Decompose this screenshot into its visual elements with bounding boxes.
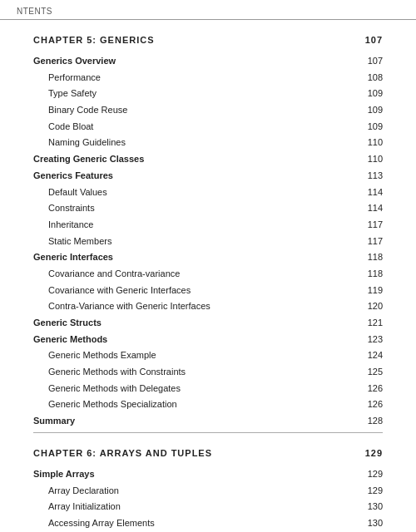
- toc-page: 110: [368, 135, 383, 150]
- toc-row: Binary Code Reuse109: [33, 102, 383, 118]
- toc-row: Array Declaration129: [33, 483, 383, 499]
- toc-page: 126: [368, 381, 383, 397]
- toc-label: Contra-Variance with Generic Interfaces: [33, 298, 210, 314]
- toc-label: Creating Generic Classes: [33, 151, 144, 167]
- toc-row: Type Safety109: [33, 86, 383, 101]
- toc-page: 130: [368, 515, 383, 531]
- toc-page: 126: [368, 397, 383, 412]
- toc-row: Generic Methods Specialization126: [33, 397, 383, 412]
- toc-label: Default Values: [33, 185, 107, 200]
- toc-row: Accessing Array Elements130: [33, 515, 383, 531]
- toc-page: 114: [368, 185, 383, 200]
- toc-label: Constraints: [33, 200, 95, 216]
- toc-label: Summary: [33, 413, 75, 429]
- toc-label: Generics Overview: [33, 53, 116, 69]
- toc-page: 129: [368, 483, 383, 499]
- toc-row: Generic Methods with Delegates126: [33, 381, 383, 397]
- toc-label: Code Bloat: [33, 119, 93, 135]
- header-label: NTENTS: [17, 7, 52, 16]
- toc-row: Static Members117: [33, 234, 383, 249]
- toc-label: Generic Methods Specialization: [33, 397, 177, 412]
- toc-label: Generics Features: [33, 168, 113, 184]
- toc-row: Performance108: [33, 70, 383, 86]
- chapter-divider: [33, 432, 383, 433]
- toc-label: Generic Structs: [33, 315, 102, 331]
- toc-row: Constraints114: [33, 200, 383, 216]
- toc-label: Generic Methods with Delegates: [33, 381, 181, 397]
- toc-row: Generic Methods123: [33, 332, 383, 347]
- chapter-title: CHAPTER 6: ARRAYS AND TUPLES: [33, 448, 212, 458]
- toc-page: 120: [368, 298, 383, 314]
- chapter-page: 129: [365, 448, 383, 458]
- toc-label: Naming Guidelines: [33, 135, 126, 150]
- toc-page: 109: [368, 119, 383, 135]
- toc-page: 119: [368, 283, 383, 298]
- toc-page: 117: [368, 217, 383, 233]
- toc-label: Generic Methods Example: [33, 347, 156, 363]
- chapter-heading: CHAPTER 6: ARRAYS AND TUPLES129: [33, 448, 383, 458]
- toc-row: Code Bloat109: [33, 119, 383, 135]
- toc-row: Covariance and Contra-variance118: [33, 266, 383, 282]
- toc-page: 114: [368, 200, 383, 216]
- toc-label: Inheritance: [33, 217, 93, 233]
- toc-label: Simple Arrays: [33, 466, 95, 482]
- toc-row: Generic Methods Example124: [33, 347, 383, 363]
- toc-row: Naming Guidelines110: [33, 135, 383, 150]
- toc-page: 124: [368, 347, 383, 363]
- toc-page: 118: [368, 266, 383, 282]
- toc-label: Type Safety: [33, 86, 97, 101]
- toc-page: 128: [368, 413, 383, 429]
- toc-label: Generic Methods: [33, 332, 107, 347]
- toc-page: 130: [368, 499, 383, 515]
- chapter-title: CHAPTER 5: GENERICS: [33, 35, 155, 45]
- toc-page: 129: [368, 466, 383, 482]
- toc-label: Generic Interfaces: [33, 249, 113, 265]
- toc-page: 109: [368, 86, 383, 101]
- toc-label: Binary Code Reuse: [33, 102, 127, 118]
- toc-row: Simple Arrays129: [33, 466, 383, 482]
- toc-label: Covariance and Contra-variance: [33, 266, 180, 282]
- toc-page: 110: [368, 151, 383, 167]
- toc-row: Summary128: [33, 413, 383, 429]
- toc-page: 123: [368, 332, 383, 347]
- toc-label: Performance: [33, 70, 101, 86]
- chapter-heading: CHAPTER 5: GENERICS107: [33, 35, 383, 45]
- toc-row: Array Initialization130: [33, 499, 383, 515]
- toc-label: Array Declaration: [33, 483, 119, 499]
- toc-label: Static Members: [33, 234, 111, 249]
- toc-row: Generic Structs121: [33, 315, 383, 331]
- toc-content: CHAPTER 5: GENERICS107Generics Overview1…: [0, 20, 416, 532]
- toc-row: Default Values114: [33, 185, 383, 200]
- toc-page: 109: [368, 102, 383, 118]
- toc-page: 117: [368, 234, 383, 249]
- toc-label: Array Initialization: [33, 499, 121, 515]
- toc-row: Covariance with Generic Interfaces119: [33, 283, 383, 298]
- toc-row: Generic Methods with Constraints125: [33, 364, 383, 380]
- toc-page: 125: [368, 364, 383, 380]
- toc-row: Contra-Variance with Generic Interfaces1…: [33, 298, 383, 314]
- toc-label: Generic Methods with Constraints: [33, 364, 186, 380]
- toc-page: 121: [368, 315, 383, 331]
- toc-row: Creating Generic Classes110: [33, 151, 383, 167]
- toc-page: 107: [368, 53, 383, 69]
- toc-row: Generic Interfaces118: [33, 249, 383, 265]
- toc-page: 118: [368, 249, 383, 265]
- toc-row: Inheritance117: [33, 217, 383, 233]
- toc-label: Covariance with Generic Interfaces: [33, 283, 191, 298]
- toc-row: Generics Features113: [33, 168, 383, 184]
- toc-row: Generics Overview107: [33, 53, 383, 69]
- chapter-page: 107: [365, 35, 383, 45]
- toc-page: 108: [368, 70, 383, 86]
- toc-page: 113: [368, 168, 383, 184]
- page-header: NTENTS: [0, 0, 416, 20]
- toc-label: Accessing Array Elements: [33, 515, 155, 531]
